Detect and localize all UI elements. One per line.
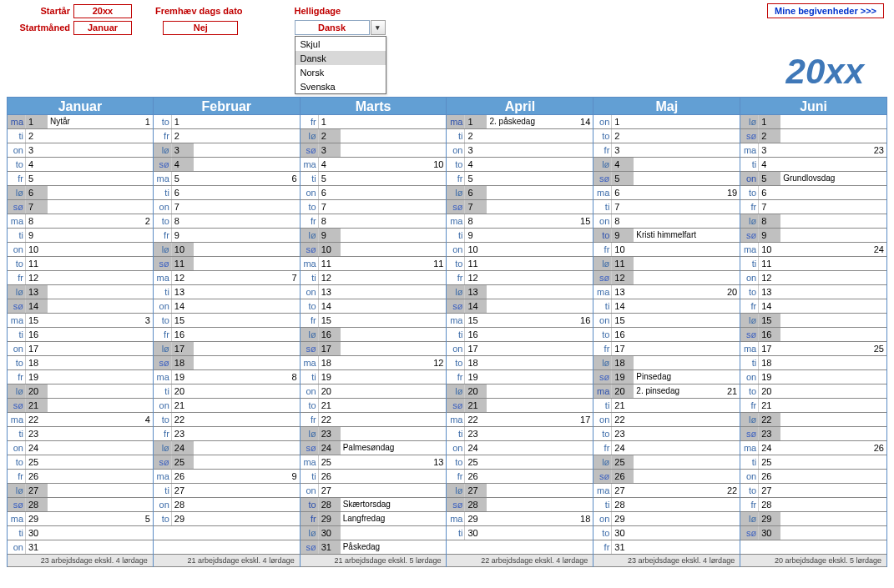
day-row[interactable]: ma1111 — [301, 257, 447, 271]
highlight-value[interactable]: Nej — [163, 21, 238, 35]
day-row[interactable]: fr2 — [154, 129, 300, 143]
day-row[interactable]: ma619 — [593, 186, 740, 200]
day-row[interactable]: to9Kristi himmelfart — [593, 229, 740, 243]
day-row[interactable]: ma1812 — [301, 356, 447, 370]
day-row[interactable]: ti19 — [301, 370, 447, 384]
day-row[interactable]: sø19Pinsedag — [593, 370, 740, 384]
day-row[interactable]: ma1320 — [593, 285, 740, 299]
day-row[interactable]: sø14 — [447, 299, 593, 314]
day-row[interactable]: on14 — [154, 299, 300, 314]
day-row[interactable]: fr31 — [593, 540, 740, 555]
day-row[interactable]: to22 — [154, 413, 300, 427]
day-row[interactable]: ma1516 — [447, 314, 593, 328]
day-row[interactable]: lø1 — [740, 115, 886, 129]
day-row[interactable]: ma2217 — [447, 413, 593, 427]
day-row[interactable]: sø7 — [8, 200, 153, 214]
day-row[interactable]: fr15 — [301, 314, 447, 328]
day-row[interactable]: sø11 — [154, 257, 300, 271]
day-row[interactable]: on31 — [8, 540, 153, 555]
day-row[interactable]: on13 — [301, 285, 447, 299]
day-row[interactable]: lø22 — [740, 413, 886, 427]
day-row[interactable]: on15 — [593, 314, 740, 328]
day-row[interactable]: fr26 — [8, 470, 153, 484]
day-row[interactable]: to27 — [740, 484, 886, 498]
day-row[interactable]: on20 — [301, 384, 447, 399]
holidays-option-svenska[interactable]: Svenska — [295, 79, 386, 93]
day-row[interactable]: ti25 — [740, 455, 886, 470]
day-row[interactable]: ma1024 — [740, 243, 886, 257]
day-row[interactable]: ma56 — [154, 172, 300, 186]
day-row[interactable]: sø10 — [301, 243, 447, 257]
day-row[interactable]: fr1 — [301, 115, 447, 129]
day-row[interactable]: to4 — [8, 158, 153, 172]
day-row[interactable]: to29 — [154, 512, 300, 526]
day-row[interactable]: fr29Langfredag — [301, 512, 447, 526]
day-row[interactable]: sø9 — [740, 229, 886, 243]
day-row[interactable]: ti20 — [154, 384, 300, 399]
day-row[interactable]: lø27 — [8, 484, 153, 498]
day-row[interactable]: fr10 — [593, 243, 740, 257]
day-row[interactable]: to8 — [154, 214, 300, 229]
day-row[interactable]: lø15 — [740, 314, 886, 328]
day-row[interactable]: fr12 — [8, 271, 153, 285]
day-row[interactable]: ti21 — [593, 399, 740, 413]
day-row[interactable]: to21 — [301, 399, 447, 413]
day-row[interactable]: lø17 — [154, 342, 300, 356]
day-row[interactable]: sø16 — [740, 328, 886, 342]
day-row[interactable]: on19 — [740, 370, 886, 384]
day-row[interactable]: on3 — [8, 143, 153, 158]
day-row[interactable]: sø12 — [593, 271, 740, 285]
day-row[interactable]: ti11 — [740, 257, 886, 271]
day-row[interactable]: sø30 — [740, 526, 886, 540]
day-row[interactable]: ti6 — [154, 186, 300, 200]
start-month-value[interactable]: Januar — [73, 21, 132, 35]
day-row[interactable]: fr5 — [447, 172, 593, 186]
day-row[interactable]: ti2 — [8, 129, 153, 143]
day-row[interactable]: on8 — [593, 214, 740, 229]
start-year-value[interactable]: 20xx — [73, 4, 132, 18]
day-row[interactable]: to25 — [447, 455, 593, 470]
day-row[interactable]: on27 — [301, 484, 447, 498]
day-row[interactable]: sø5 — [593, 172, 740, 186]
day-row[interactable]: ma2918 — [447, 512, 593, 526]
day-row[interactable]: on12 — [740, 271, 886, 285]
day-row[interactable]: ma127 — [154, 271, 300, 285]
day-row[interactable] — [447, 540, 593, 555]
day-row[interactable]: to20 — [740, 384, 886, 399]
day-row[interactable]: to2 — [593, 129, 740, 143]
holidays-option-norsk[interactable]: Norsk — [295, 65, 386, 79]
day-row[interactable]: fr19 — [8, 370, 153, 384]
day-row[interactable]: lø11 — [593, 257, 740, 271]
day-row[interactable]: fr9 — [154, 229, 300, 243]
day-row[interactable]: ti4 — [740, 158, 886, 172]
day-row[interactable]: fr8 — [301, 214, 447, 229]
day-row[interactable]: on10 — [447, 243, 593, 257]
day-row[interactable]: ti27 — [154, 484, 300, 498]
day-row[interactable]: ti12 — [301, 271, 447, 285]
day-row[interactable]: lø8 — [740, 214, 886, 229]
day-row[interactable]: to14 — [301, 299, 447, 314]
day-row[interactable]: fr24 — [593, 441, 740, 455]
day-row[interactable]: sø26 — [593, 470, 740, 484]
day-row[interactable]: ti16 — [8, 328, 153, 342]
day-row[interactable]: sø23 — [740, 427, 886, 441]
chevron-down-icon[interactable]: ▾ — [371, 20, 386, 35]
day-row[interactable]: to6 — [740, 186, 886, 200]
day-row[interactable]: lø23 — [301, 427, 447, 441]
day-row[interactable]: to11 — [447, 257, 593, 271]
day-row[interactable]: on5Grundlovsdag — [740, 172, 886, 186]
day-row[interactable]: to28Skærtorsdag — [301, 498, 447, 512]
day-row[interactable]: sø28 — [8, 498, 153, 512]
day-row[interactable]: lø2 — [301, 129, 447, 143]
day-row[interactable]: fr7 — [740, 200, 886, 214]
day-row[interactable]: on22 — [593, 413, 740, 427]
day-row[interactable]: on24 — [8, 441, 153, 455]
day-row[interactable]: ti28 — [593, 498, 740, 512]
my-events-button[interactable]: Mine begivenheder >>> — [767, 3, 884, 18]
day-row[interactable]: lø20 — [447, 384, 593, 399]
day-row[interactable] — [740, 540, 886, 555]
day-row[interactable]: ma410 — [301, 158, 447, 172]
day-row[interactable]: on26 — [740, 470, 886, 484]
day-row[interactable]: to16 — [593, 328, 740, 342]
day-row[interactable]: lø3 — [154, 143, 300, 158]
